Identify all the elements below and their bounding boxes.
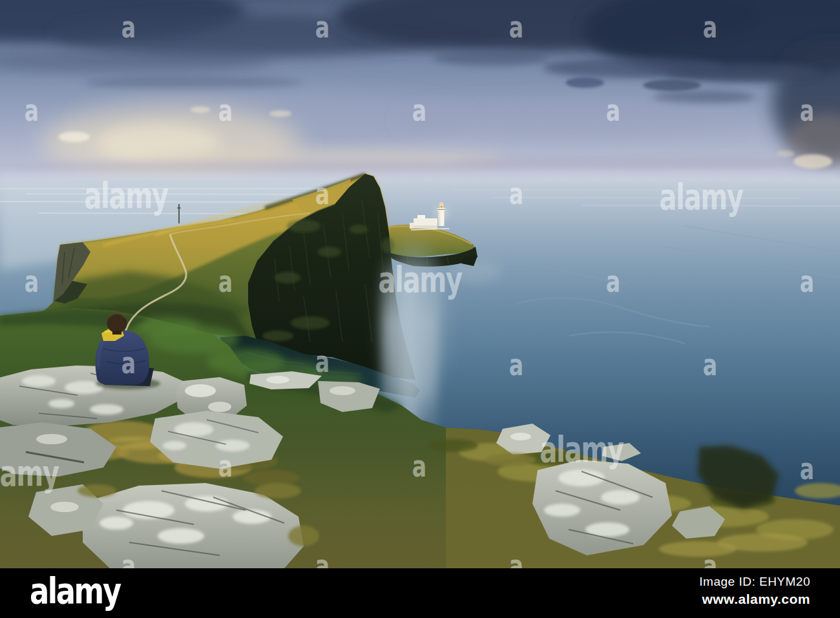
image-id-text: Image ID: EHYM20 [699,575,810,589]
alamy-logo: alamy [30,570,120,612]
footer-meta: Image ID: EHYM20 www.alamy.com [699,575,810,607]
stock-photo-page: aaaaaaaaaaaaaaaaaaaaaaaaaaalamyalamyalam… [0,0,840,618]
alamy-url-text: www.alamy.com [699,592,810,607]
sky [0,0,840,194]
photo-canvas [0,0,840,568]
alamy-footer-bar: alamy Image ID: EHYM20 www.alamy.com [0,568,840,618]
